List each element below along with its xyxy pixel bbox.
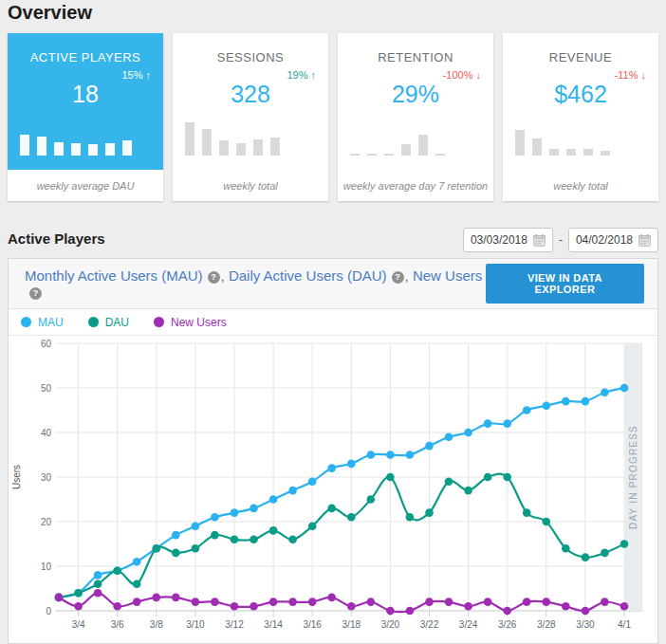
data-point xyxy=(55,594,64,602)
data-point xyxy=(269,598,278,606)
kpi-card[interactable]: SESSIONS 19% ↑ 328 weekly total xyxy=(173,33,328,201)
chart-legend: MAU DAU New Users xyxy=(9,309,657,336)
svg-text:3/8: 3/8 xyxy=(150,619,163,630)
data-point xyxy=(192,598,200,606)
metric-link[interactable]: Monthly Active Users (MAU) xyxy=(25,267,203,284)
data-point xyxy=(327,594,336,602)
kpi-card-body: SESSIONS 19% ↑ 328 xyxy=(173,33,328,170)
data-point xyxy=(192,522,200,530)
kpi-card-title: SESSIONS xyxy=(173,50,328,64)
mini-bar xyxy=(601,151,610,156)
kpi-card-value: 29% xyxy=(338,81,493,108)
svg-text:10: 10 xyxy=(41,561,52,572)
data-point xyxy=(620,384,629,393)
metric-link[interactable]: New Users xyxy=(413,267,482,284)
data-point xyxy=(327,505,336,513)
kpi-card-footnote: weekly total xyxy=(503,170,658,201)
mini-bar xyxy=(515,130,525,156)
data-point xyxy=(406,513,415,522)
data-point xyxy=(582,553,590,561)
kpi-card-mini-bars xyxy=(350,121,445,156)
data-point xyxy=(601,598,609,606)
help-icon[interactable]: ? xyxy=(208,271,220,284)
data-point xyxy=(250,505,258,513)
mini-bar xyxy=(566,149,576,156)
data-point xyxy=(327,464,336,472)
data-point xyxy=(464,429,472,437)
mini-bar xyxy=(549,149,559,156)
data-point xyxy=(172,549,180,558)
svg-text:3/14: 3/14 xyxy=(264,619,283,630)
svg-text:4/1: 4/1 xyxy=(618,619,631,630)
mini-bar xyxy=(532,138,542,156)
data-point xyxy=(406,607,415,616)
data-point xyxy=(308,598,317,606)
mini-bar xyxy=(88,144,98,156)
mini-bar xyxy=(367,154,377,156)
active-players-chart-panel: Monthly Active Users (MAU)?, Daily Activ… xyxy=(8,258,658,644)
svg-text:3/18: 3/18 xyxy=(342,619,361,630)
svg-text:3/4: 3/4 xyxy=(72,619,85,630)
kpi-card-body: RETENTION -100% ↓ 29% xyxy=(338,33,493,170)
svg-text:3/30: 3/30 xyxy=(576,619,595,630)
line-chart: DAY IN PROGRESS01020304050603/43/63/83/1… xyxy=(9,336,657,642)
legend-dot-icon xyxy=(154,317,164,327)
legend-dot-icon xyxy=(21,317,31,327)
kpi-card[interactable]: RETENTION -100% ↓ 29% weekly average day… xyxy=(338,33,493,201)
calendar-icon[interactable] xyxy=(533,234,546,247)
kpi-card[interactable]: REVENUE -11% ↓ $462 weekly total xyxy=(503,33,658,201)
svg-text:3/12: 3/12 xyxy=(225,619,244,630)
svg-text:50: 50 xyxy=(41,383,52,394)
data-point xyxy=(484,419,492,428)
date-to-input[interactable]: 04/02/2018 xyxy=(568,228,658,252)
data-point xyxy=(464,487,472,495)
svg-text:3/22: 3/22 xyxy=(420,619,439,630)
view-in-data-explorer-button[interactable]: VIEW IN DATA EXPLORER xyxy=(486,264,644,304)
legend-label: DAU xyxy=(105,316,129,329)
svg-text:60: 60 xyxy=(41,339,52,349)
data-point xyxy=(445,477,453,486)
svg-text:3/6: 3/6 xyxy=(111,619,124,630)
kpi-card-mini-bars xyxy=(20,121,132,156)
data-point xyxy=(425,508,434,517)
mau-series xyxy=(55,384,629,602)
data-point xyxy=(503,607,511,616)
data-point xyxy=(347,602,356,611)
kpi-card-footnote: weekly average day 7 retention xyxy=(338,170,493,201)
mini-bar xyxy=(185,122,194,156)
legend-item[interactable]: New Users xyxy=(154,316,227,329)
mini-bar xyxy=(122,140,132,156)
kpi-card[interactable]: ACTIVE PLAYERS 15% ↑ 18 weekly average D… xyxy=(8,33,163,201)
date-to-value: 04/02/2018 xyxy=(576,233,633,247)
mini-bar xyxy=(37,137,46,156)
data-point xyxy=(562,602,570,611)
data-point xyxy=(523,406,531,414)
date-range-picker: 03/03/2018 - 04/02/2018 xyxy=(463,228,658,252)
data-point xyxy=(543,598,551,606)
date-from-input[interactable]: 03/03/2018 xyxy=(463,228,553,252)
legend-label: New Users xyxy=(171,316,227,329)
data-point xyxy=(308,477,317,486)
legend-item[interactable]: MAU xyxy=(21,316,64,329)
legend-item[interactable]: DAU xyxy=(88,316,129,329)
calendar-icon[interactable] xyxy=(638,234,651,247)
kpi-card-body: ACTIVE PLAYERS 15% ↑ 18 xyxy=(8,33,163,170)
data-point xyxy=(523,598,531,606)
metric-link[interactable]: Daily Active Users (DAU) xyxy=(229,267,387,284)
svg-text:3/24: 3/24 xyxy=(459,619,478,630)
svg-text:3/20: 3/20 xyxy=(381,619,400,630)
mini-bar xyxy=(20,135,29,156)
data-point xyxy=(94,571,102,580)
mini-bar xyxy=(253,139,263,156)
svg-text:3/28: 3/28 xyxy=(537,619,556,630)
chart-gridlines xyxy=(56,343,642,616)
help-icon[interactable]: ? xyxy=(29,287,42,300)
axis-labels: 01020304050603/43/63/83/103/123/143/163/… xyxy=(11,339,631,631)
day-in-progress-label: DAY IN PROGRESS xyxy=(628,425,638,529)
help-icon[interactable]: ? xyxy=(392,271,404,284)
chart-panel-header: Monthly Active Users (MAU)?, Daily Activ… xyxy=(9,259,657,309)
data-point xyxy=(562,544,570,553)
mini-bar xyxy=(54,142,64,156)
data-point xyxy=(347,513,356,522)
kpi-card-value: 18 xyxy=(8,81,163,108)
